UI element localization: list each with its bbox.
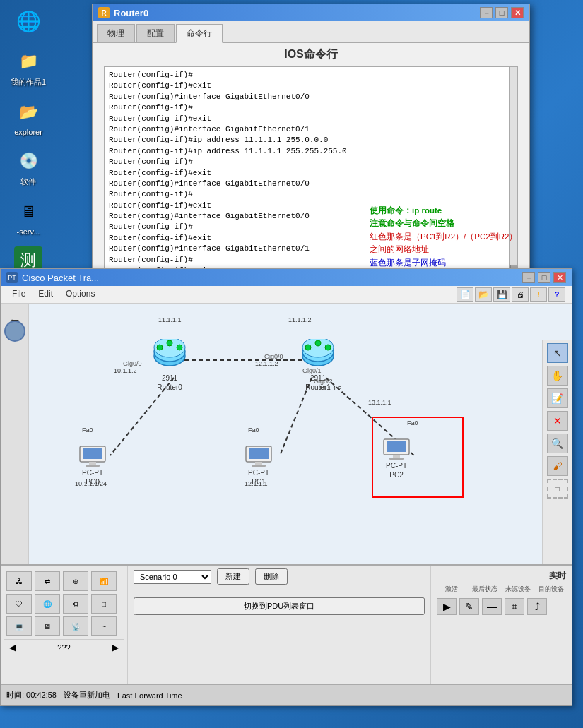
- svg-point-9: [167, 340, 172, 346]
- pc2-node[interactable]: PC-PT PC2 13.1.1.1 Fa0: [382, 438, 411, 479]
- svg-rect-26: [393, 455, 400, 458]
- svg-rect-27: [389, 458, 404, 460]
- cpt-window: PT Cisco Packet Tra... － □ ✕ File Edit O…: [0, 268, 572, 706]
- device-btn-switch[interactable]: ⇄: [35, 571, 60, 591]
- terminal-line: Router(config-if)#exit: [109, 201, 513, 211]
- realtime-label: 实时: [434, 568, 569, 583]
- tool-rect[interactable]: □: [547, 479, 568, 499]
- software-icon: 💿: [14, 147, 42, 175]
- play-btn-4[interactable]: ⌗: [505, 598, 524, 615]
- toolbar-print-btn[interactable]: 🖨: [512, 287, 529, 302]
- realtime-col-2: 最后状态: [469, 585, 500, 594]
- device-btn-hub[interactable]: ⊕: [63, 571, 88, 591]
- svg-rect-21: [249, 448, 269, 459]
- pc0-type-label: PC-PT: [82, 469, 103, 477]
- cpt-bottom-panel: 🖧 ⇄ ⊕ 📶 🛡 🌐 ⚙ □ 💻 🖥 📡 ～ ◀ ???: [1, 564, 572, 684]
- device-btn-router[interactable]: 🖧: [6, 571, 32, 591]
- tool-select[interactable]: ↖: [547, 343, 568, 363]
- toolbar-alert-btn[interactable]: !: [530, 287, 547, 302]
- pc0-node[interactable]: PC-PT PC0 Fa0 10.1.1.1/24: [78, 445, 107, 486]
- scenario-select[interactable]: Scenario 0: [134, 570, 211, 584]
- ie-icon: 🌐: [14, 7, 42, 35]
- svg-rect-23: [252, 465, 266, 467]
- cpt-close-button[interactable]: ✕: [553, 272, 566, 283]
- cpt-titlebar-controls: － □ ✕: [522, 272, 566, 283]
- cpt-maximize-button[interactable]: □: [538, 272, 550, 283]
- status-device: 设备重新加电: [64, 690, 110, 700]
- tab-cli[interactable]: 命令行: [176, 24, 223, 43]
- play-btn-2[interactable]: ✎: [459, 598, 479, 615]
- play-controls: ▶ ✎ — ⌗ ⤴: [434, 595, 569, 618]
- device-btn-wan[interactable]: 🌐: [35, 594, 60, 614]
- play-btn-3[interactable]: —: [482, 598, 502, 615]
- router0-name-label: Router0: [157, 383, 182, 391]
- realtime-col-4: 目的设备: [536, 585, 567, 594]
- minimize-button[interactable]: －: [480, 7, 493, 18]
- pc0-icon: [78, 445, 107, 467]
- scroll-right-btn[interactable]: ▶: [108, 641, 123, 654]
- router0-ip-pc: 10.1.1.2: [114, 367, 137, 374]
- play-btn-1[interactable]: ▶: [437, 598, 457, 615]
- router0-ip-top: 11.1.1.1: [158, 316, 182, 323]
- pc1-fa0-label: Fa0: [248, 426, 259, 434]
- pc1-node[interactable]: PC-PT PC1 Fa0 12.1.1.1: [245, 445, 273, 486]
- scenario-new-btn[interactable]: 新建: [217, 568, 249, 585]
- server-desktop-icon[interactable]: 🖥 -serv...: [4, 198, 53, 236]
- menu-options[interactable]: Options: [60, 287, 100, 302]
- tab-config[interactable]: 配置: [136, 24, 175, 42]
- device-btn-server[interactable]: 🖥: [35, 616, 60, 636]
- router0-node[interactable]: 2911 Router0 11.1.1.1 Gig0/0 10.1.1.2: [153, 339, 187, 391]
- cpt-minimize-button[interactable]: －: [522, 272, 535, 283]
- terminal-line: Router(config-if)#exit: [109, 114, 513, 124]
- tab-physical[interactable]: 物理: [97, 24, 135, 42]
- maximize-button[interactable]: □: [495, 7, 508, 18]
- tool-hand[interactable]: ✋: [547, 366, 568, 386]
- desktop-icons-container: 🌐 📁 我的作品1 📂 explorer 💿 软件 🖥 -serv... 测 测…: [4, 7, 53, 287]
- pc2-fa0-label: Fa0: [407, 419, 418, 426]
- svg-point-14: [305, 345, 311, 350]
- device-btn-connections[interactable]: ～: [91, 616, 117, 636]
- software-desktop-icon[interactable]: 💿 软件: [4, 147, 53, 187]
- device-btn-wireless[interactable]: 📶: [91, 571, 117, 591]
- sidebar-label-logic: 逻辑: [8, 306, 20, 318]
- tool-note[interactable]: 📝: [547, 388, 568, 408]
- device-btn-custom[interactable]: ⚙: [63, 594, 88, 614]
- tool-zoom[interactable]: 🔍: [547, 434, 568, 453]
- toolbar-open-btn[interactable]: 📂: [475, 287, 492, 302]
- pc0-fa0-label: Fa0: [82, 426, 93, 434]
- tool-delete[interactable]: ✕: [547, 411, 568, 431]
- device-btn-misc[interactable]: 📡: [63, 616, 88, 636]
- tool-custom[interactable]: 🖌: [547, 456, 568, 476]
- close-button[interactable]: ✕: [511, 7, 524, 18]
- toolbar-save-btn[interactable]: 💾: [493, 287, 510, 302]
- router1-gig02: Gig0/2: [314, 378, 333, 385]
- router1-node[interactable]: 2911 Router1 11.1.1.2 Gig0/0– 12.1.1.2 G…: [301, 339, 335, 391]
- menu-edit[interactable]: Edit: [33, 287, 59, 302]
- scenario-delete-btn[interactable]: 删除: [255, 568, 288, 585]
- toolbar-new-btn[interactable]: 📄: [457, 287, 473, 302]
- terminal-line: Router(config)#interface GigabitEthernet…: [109, 92, 513, 102]
- router0-model-label: 2911: [162, 374, 177, 382]
- terminal-line: Router(config-if)#ip address 11.1.1.1 25…: [109, 146, 513, 157]
- scenario-row: Scenario 0 新建 删除: [134, 568, 425, 585]
- terminal-line: Router(config-if)#exit: [109, 80, 513, 91]
- realtime-col-1: 激活: [435, 585, 467, 594]
- pdu-switch-btn[interactable]: 切换到PDU列表窗口: [134, 597, 425, 615]
- device-btn-cluster[interactable]: □: [91, 594, 117, 614]
- pc2-ip-top: 13.1.1.1: [368, 399, 391, 406]
- ie-desktop-icon[interactable]: 🌐: [4, 7, 53, 37]
- explorer-desktop-icon[interactable]: 📂 explorer: [4, 98, 53, 136]
- router0-icon: [153, 339, 187, 373]
- toolbar-help-btn[interactable]: ?: [548, 287, 565, 302]
- scroll-left-btn[interactable]: ◀: [5, 641, 20, 654]
- server-icon-label: -serv...: [17, 227, 40, 236]
- cpt-app-icon: PT: [6, 272, 18, 283]
- device-btn-security[interactable]: 🛡: [6, 594, 32, 614]
- menu-file[interactable]: File: [6, 287, 31, 302]
- cpt-statusbar: 时间: 00:42:58 设备重新加电 Fast Forward Time: [1, 684, 572, 705]
- terminal-line: Router(config-if)#: [109, 102, 513, 113]
- play-btn-5[interactable]: ⤴: [527, 598, 547, 615]
- mywork-desktop-icon[interactable]: 📁 我的作品1: [4, 47, 53, 88]
- device-btn-pc[interactable]: 💻: [6, 616, 32, 636]
- svg-rect-17: [83, 448, 102, 459]
